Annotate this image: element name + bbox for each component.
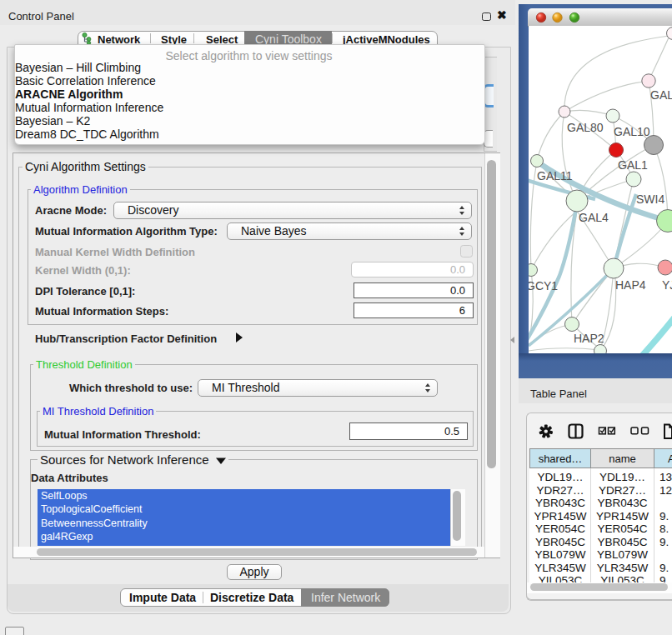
- svg-text:YJ: YJ: [662, 278, 672, 292]
- svg-text:GCY1: GCY1: [529, 279, 558, 292]
- svg-text:GAL11: GAL11: [537, 169, 573, 182]
- svg-text:GAL10: GAL10: [614, 125, 650, 138]
- svg-text:GAL4: GAL4: [579, 211, 609, 224]
- svg-text:HAP2: HAP2: [574, 332, 604, 345]
- svg-text:GAL80: GAL80: [567, 121, 604, 134]
- svg-text:SWI4: SWI4: [636, 192, 664, 206]
- svg-text:HAP4: HAP4: [615, 278, 646, 292]
- svg-text:GAL1: GAL1: [618, 158, 648, 172]
- svg-text:GAL7: GAL7: [650, 88, 672, 102]
